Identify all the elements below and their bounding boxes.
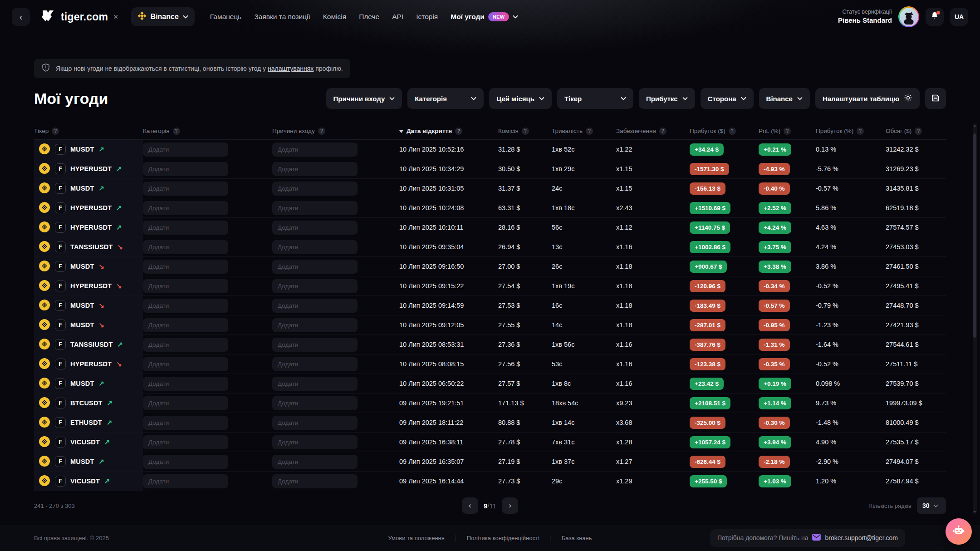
col-volume[interactable]: Обсяг ($)?	[886, 128, 946, 135]
entry-reason-input[interactable]	[272, 201, 358, 215]
scrollbar-thumb[interactable]	[973, 133, 976, 338]
category-input[interactable]	[143, 143, 228, 157]
entry-reason-input[interactable]	[272, 143, 358, 157]
ticker-cell[interactable]: F VICUSDT ↗	[34, 472, 143, 491]
settings-link[interactable]: налаштуваннях	[268, 65, 314, 72]
table-row[interactable]: F VICUSDT ↗ 09 Лип 2025 16:38:11 27.78 $…	[34, 433, 946, 452]
footer-link-terms[interactable]: Умови та положення	[377, 535, 455, 541]
entry-reason-input[interactable]	[272, 455, 358, 469]
table-row[interactable]: F MUSDT ↗ 10 Лип 2025 10:31:05 31.37 $ 2…	[34, 179, 946, 198]
prev-page-button[interactable]: ‹	[462, 497, 478, 514]
table-row[interactable]: F HYPERUSDT ↘ 10 Лип 2025 08:08:15 27.56…	[34, 354, 946, 374]
category-input[interactable]	[143, 240, 228, 254]
table-row[interactable]: F MUSDT ↘ 10 Лип 2025 09:16:50 27.00 $ 2…	[34, 257, 946, 276]
ticker-cell[interactable]: F MUSDT ↗	[34, 179, 143, 198]
filter-exchange[interactable]: Binance	[759, 88, 810, 109]
nav-api[interactable]: API	[392, 13, 403, 21]
ticker-cell[interactable]: F BTCUSDT ↗	[34, 394, 143, 413]
col-commission[interactable]: Комісія?	[498, 128, 552, 135]
language-button[interactable]: UA	[950, 8, 968, 26]
nav-wallet[interactable]: Гаманець	[210, 13, 242, 21]
configure-table-button[interactable]: Налаштувати таблицю	[815, 88, 920, 109]
category-input[interactable]	[143, 416, 228, 430]
help-icon[interactable]: ?	[173, 128, 180, 135]
filter-entry-reason[interactable]: Причини входу	[326, 88, 402, 109]
filter-period[interactable]: Цей місяць	[489, 88, 552, 109]
help-icon[interactable]: ?	[522, 128, 529, 135]
footer-link-privacy[interactable]: Політика конфіденційності	[456, 535, 550, 541]
entry-reason-input[interactable]	[272, 221, 358, 235]
entry-reason-input[interactable]	[272, 396, 358, 410]
category-input[interactable]	[143, 377, 228, 391]
entry-reason-input[interactable]	[272, 377, 358, 391]
category-input[interactable]	[143, 357, 228, 371]
category-input[interactable]	[143, 260, 228, 274]
entry-reason-input[interactable]	[272, 299, 358, 313]
rows-per-page-select[interactable]: 30	[917, 497, 946, 514]
help-icon[interactable]: ?	[784, 128, 791, 135]
scroll-down-icon[interactable]: ▼	[973, 510, 977, 513]
help-icon[interactable]: ?	[318, 128, 325, 135]
table-row[interactable]: F MUSDT ↗ 09 Лип 2025 16:35:07 27.19 $ 1…	[34, 452, 946, 472]
table-row[interactable]: F MUSDT ↗ 10 Лип 2025 06:50:22 27.57 $ 1…	[34, 374, 946, 394]
ticker-cell[interactable]: F MUSDT ↘	[34, 257, 143, 276]
entry-reason-input[interactable]	[272, 416, 358, 430]
entry-reason-input[interactable]	[272, 338, 358, 352]
filter-side[interactable]: Сторона	[701, 88, 754, 109]
entry-reason-input[interactable]	[272, 357, 358, 371]
ticker-cell[interactable]: F MUSDT ↗	[34, 374, 143, 393]
category-input[interactable]	[143, 455, 228, 469]
brand[interactable]: tiger.com ×	[40, 8, 118, 26]
ticker-cell[interactable]: F VICUSDT ↗	[34, 433, 143, 452]
support-email[interactable]: broker.support@tiger.com	[825, 534, 898, 541]
col-pnl-pct[interactable]: PnL (%)?	[759, 128, 816, 135]
ticker-cell[interactable]: F MUSDT ↘	[34, 296, 143, 315]
nav-my-trades[interactable]: Мої угоди NEW	[451, 12, 518, 21]
exchange-selector[interactable]: Binance	[131, 7, 195, 26]
col-profit-pct[interactable]: Прибуток (%)?	[816, 128, 886, 135]
ticker-cell[interactable]: F HYPERUSDT ↗	[34, 218, 143, 237]
category-input[interactable]	[143, 338, 228, 352]
entry-reason-input[interactable]	[272, 318, 358, 332]
ticker-cell[interactable]: F HYPERUSDT ↘	[34, 276, 143, 295]
category-input[interactable]	[143, 201, 228, 215]
table-row[interactable]: F HYPERUSDT ↘ 10 Лип 2025 09:15:22 27.54…	[34, 276, 946, 296]
category-input[interactable]	[143, 221, 228, 235]
category-input[interactable]	[143, 182, 228, 196]
category-input[interactable]	[143, 162, 228, 176]
table-row[interactable]: F MUSDT ↘ 10 Лип 2025 09:14:59 27.53 $ 1…	[34, 296, 946, 315]
col-profit-usd[interactable]: Прибуток ($)?	[690, 128, 759, 135]
table-row[interactable]: F ETHUSDT ↗ 09 Лип 2025 18:11:22 80.88 $…	[34, 413, 946, 433]
entry-reason-input[interactable]	[272, 162, 358, 176]
scroll-up-icon[interactable]: ▲	[973, 124, 977, 127]
help-icon[interactable]: ?	[915, 128, 922, 135]
nav-leverage[interactable]: Плече	[359, 13, 379, 21]
help-icon[interactable]: ?	[659, 128, 666, 135]
notifications-button[interactable]	[926, 8, 944, 26]
col-duration[interactable]: Тривалість?	[552, 128, 616, 135]
table-row[interactable]: F TANSSIUSDT ↗ 10 Лип 2025 08:53:31 27.3…	[34, 335, 946, 354]
chatbot-button[interactable]	[946, 518, 972, 545]
ticker-cell[interactable]: F HYPERUSDT ↗	[34, 159, 143, 178]
close-icon[interactable]: ×	[113, 12, 118, 22]
entry-reason-input[interactable]	[272, 260, 358, 274]
help-icon[interactable]: ?	[586, 128, 593, 135]
table-row[interactable]: F VICUSDT ↗ 09 Лип 2025 16:14:44 27.73 $…	[34, 472, 946, 491]
entry-reason-input[interactable]	[272, 182, 358, 196]
help-icon[interactable]: ?	[455, 128, 462, 135]
col-open-date[interactable]: Дата відкриття?	[399, 128, 498, 135]
help-icon[interactable]: ?	[52, 128, 59, 135]
nav-history[interactable]: Історія	[416, 13, 438, 21]
col-ticker[interactable]: Тікер?	[34, 128, 143, 135]
ticker-cell[interactable]: F ETHUSDT ↗	[34, 413, 143, 432]
col-collateral[interactable]: Забезпечення?	[616, 128, 690, 135]
filter-profit[interactable]: Прибуткс	[639, 88, 695, 109]
ticker-cell[interactable]: F MUSDT ↗	[34, 140, 143, 159]
category-input[interactable]	[143, 396, 228, 410]
ticker-cell[interactable]: F MUSDT ↘	[34, 315, 143, 335]
table-row[interactable]: F MUSDT ↘ 10 Лип 2025 09:12:05 27.55 $ 1…	[34, 315, 946, 335]
category-input[interactable]	[143, 435, 228, 449]
category-input[interactable]	[143, 299, 228, 313]
col-entry-reason[interactable]: Причини входу?	[272, 128, 399, 135]
table-row[interactable]: F HYPERUSDT ↗ 10 Лип 2025 10:10:11 28.16…	[34, 218, 946, 237]
